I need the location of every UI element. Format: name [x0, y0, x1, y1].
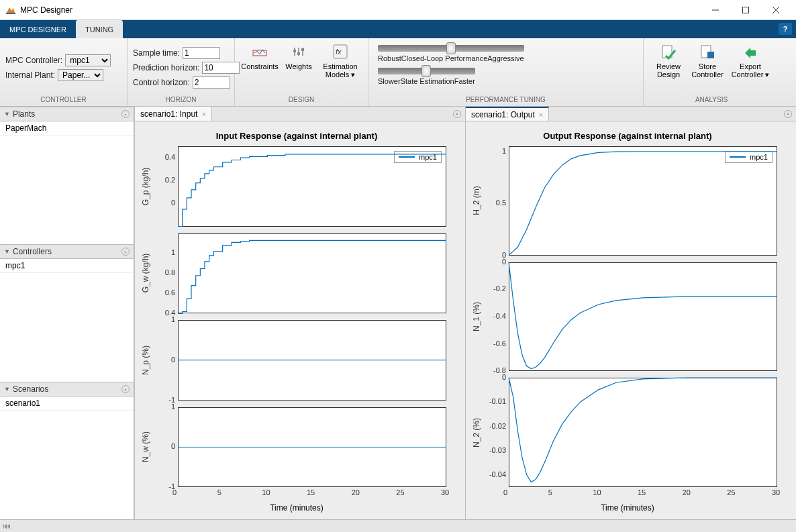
- performance-tuning-group-label: PERFORMANCE TUNING: [374, 95, 638, 106]
- constraints-icon: [252, 44, 268, 60]
- estimation-models-button[interactable]: fx Estimation Models ▾: [318, 41, 362, 81]
- app-logo-icon: [5, 5, 16, 15]
- state-estimation-slider[interactable]: Slower State Estimation Faster: [378, 64, 475, 87]
- mpc-controller-select[interactable]: mpc1: [65, 54, 111, 66]
- minimize-button[interactable]: [700, 0, 730, 19]
- help-button[interactable]: ?: [779, 23, 792, 35]
- svg-rect-9: [293, 50, 296, 52]
- gear-icon[interactable]: •: [121, 110, 130, 118]
- sample-time-input[interactable]: [183, 47, 220, 59]
- xlabel: Time (minutes): [471, 491, 784, 513]
- horizon-group-label: HORIZON: [133, 95, 229, 106]
- window-title: MPC Designer: [20, 5, 700, 15]
- se-thumb[interactable]: [421, 65, 431, 77]
- controller-group-label: CONTROLLER: [5, 95, 121, 106]
- title-bar: MPC Designer: [0, 0, 796, 20]
- gear-icon[interactable]: •: [121, 248, 130, 256]
- scenarios-header[interactable]: ▼ Scenarios •: [0, 382, 134, 396]
- weights-icon: [291, 44, 307, 60]
- prediction-horizon-label: Prediction horizon:: [133, 63, 199, 72]
- controllers-header[interactable]: ▼ Controllers •: [0, 244, 134, 259]
- maximize-button[interactable]: [730, 0, 760, 19]
- mpc-controller-label: MPC Controller:: [5, 56, 62, 65]
- output-canvas: Output Response (against internal plant)…: [466, 121, 796, 519]
- xlabel: Time (minutes): [140, 491, 453, 513]
- svg-rect-16: [707, 52, 714, 58]
- store-controller-button[interactable]: Store Controller: [688, 41, 727, 81]
- tab-tuning[interactable]: TUNING: [76, 20, 123, 38]
- constraints-button[interactable]: Constraints: [240, 41, 279, 73]
- toolstrip: MPC Controller: mpc1 Internal Plant: Pap…: [0, 38, 796, 107]
- close-button[interactable]: [760, 0, 791, 19]
- clp-thumb[interactable]: [446, 42, 456, 54]
- review-icon: [660, 44, 677, 60]
- gear-icon[interactable]: •: [784, 110, 792, 118]
- close-icon[interactable]: ×: [539, 111, 543, 119]
- internal-plant-label: Internal Plant:: [5, 70, 55, 80]
- svg-text:fx: fx: [336, 48, 342, 56]
- gear-icon[interactable]: •: [121, 385, 130, 393]
- close-icon[interactable]: ×: [201, 110, 205, 118]
- collapse-icon: ▼: [4, 386, 10, 392]
- svg-rect-10: [297, 52, 300, 55]
- plants-item[interactable]: PaperMach: [0, 121, 134, 136]
- output-doc-tab[interactable]: scenario1: Output×: [466, 107, 549, 121]
- input-canvas: Input Response (against internal plant) …: [135, 121, 465, 519]
- gear-icon[interactable]: •: [453, 110, 461, 118]
- status-bar: ⏮: [0, 519, 796, 532]
- main-area: ▼ Plants • PaperMach ▼ Controllers • mpc…: [0, 107, 796, 519]
- svg-rect-0: [6, 13, 15, 14]
- store-icon: [699, 44, 715, 60]
- ribbon-tabstrip: MPC DESIGNER TUNING ?: [0, 20, 796, 38]
- output-title: Output Response (against internal plant): [471, 131, 784, 141]
- closed-loop-performance-slider[interactable]: Robust Closed-Loop Performance Aggressiv…: [378, 41, 524, 64]
- fx-icon: fx: [332, 44, 348, 60]
- sample-time-label: Sample time:: [133, 48, 180, 58]
- collapse-icon: ▼: [4, 111, 10, 117]
- control-horizon-input[interactable]: [193, 76, 230, 89]
- control-horizon-label: Control horizon:: [133, 78, 190, 87]
- plants-header[interactable]: ▼ Plants •: [0, 107, 134, 121]
- input-title: Input Response (against internal plant): [140, 131, 453, 141]
- input-doc-tab[interactable]: scenario1: Input×: [135, 107, 212, 121]
- side-browser: ▼ Plants • PaperMach ▼ Controllers • mpc…: [0, 107, 134, 519]
- plot-area: scenario1: Input× • Input Response (agai…: [134, 107, 796, 519]
- tab-mpc-designer[interactable]: MPC DESIGNER: [0, 20, 76, 38]
- internal-plant-select[interactable]: Paper...: [58, 69, 103, 81]
- export-controller-button[interactable]: Export Controller ▾: [727, 41, 774, 81]
- prediction-horizon-input[interactable]: [202, 62, 240, 74]
- svg-rect-2: [742, 7, 748, 13]
- scenarios-item[interactable]: scenario1: [0, 396, 134, 411]
- collapse-icon: ▼: [4, 248, 10, 255]
- back-icon[interactable]: ⏮: [3, 521, 11, 531]
- controllers-item[interactable]: mpc1: [0, 259, 134, 273]
- export-icon: [742, 44, 758, 60]
- svg-rect-11: [301, 48, 304, 51]
- review-design-button[interactable]: Review Design: [649, 41, 688, 81]
- design-group-label: DESIGN: [240, 95, 362, 106]
- analysis-group-label: ANALYSIS: [649, 95, 774, 106]
- weights-button[interactable]: Weights: [279, 41, 318, 73]
